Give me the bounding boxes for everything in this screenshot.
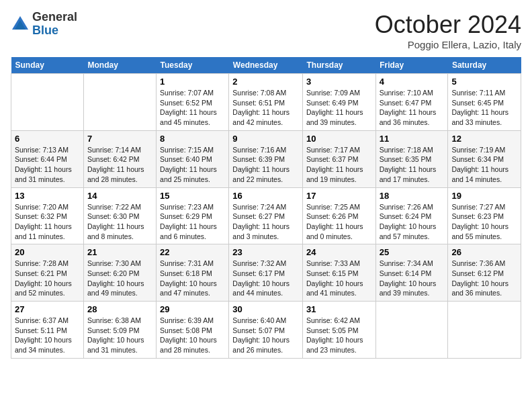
- calendar-cell: 25Sunrise: 7:34 AMSunset: 6:14 PMDayligh…: [375, 244, 448, 302]
- day-info: Sunrise: 7:16 AMSunset: 6:39 PMDaylight:…: [232, 145, 299, 185]
- day-info: Sunrise: 7:20 AMSunset: 6:32 PMDaylight:…: [15, 202, 80, 242]
- calendar-cell: 18Sunrise: 7:26 AMSunset: 6:24 PMDayligh…: [375, 187, 448, 244]
- day-number: 4: [380, 77, 445, 87]
- day-number: 31: [306, 304, 372, 314]
- day-number: 30: [232, 304, 299, 314]
- calendar-cell: 30Sunrise: 6:40 AMSunset: 5:07 PMDayligh…: [229, 302, 303, 359]
- day-number: 12: [451, 134, 517, 144]
- calendar-week-row: 20Sunrise: 7:28 AMSunset: 6:21 PMDayligh…: [11, 244, 521, 302]
- day-info: Sunrise: 6:38 AMSunset: 5:09 PMDaylight:…: [87, 316, 152, 355]
- calendar-cell: 29Sunrise: 6:39 AMSunset: 5:08 PMDayligh…: [157, 302, 229, 359]
- page-header: General Blue October 2024 Poggio Ellera,…: [11, 11, 521, 50]
- calendar-cell: 8Sunrise: 7:15 AMSunset: 6:40 PMDaylight…: [157, 130, 229, 187]
- calendar-cell: 28Sunrise: 6:38 AMSunset: 5:09 PMDayligh…: [83, 302, 156, 359]
- day-info: Sunrise: 7:09 AMSunset: 6:49 PMDaylight:…: [306, 88, 372, 128]
- day-number: 19: [451, 191, 517, 201]
- day-info: Sunrise: 7:13 AMSunset: 6:44 PMDaylight:…: [15, 145, 80, 185]
- calendar-cell: [11, 74, 84, 131]
- day-info: Sunrise: 7:23 AMSunset: 6:29 PMDaylight:…: [160, 202, 225, 242]
- calendar-cell: 17Sunrise: 7:25 AMSunset: 6:26 PMDayligh…: [302, 187, 375, 244]
- calendar-cell: 16Sunrise: 7:24 AMSunset: 6:27 PMDayligh…: [229, 187, 303, 244]
- day-number: 24: [306, 247, 372, 257]
- logo-icon: [11, 15, 30, 34]
- calendar-cell: 4Sunrise: 7:10 AMSunset: 6:47 PMDaylight…: [375, 74, 448, 131]
- calendar-week-row: 6Sunrise: 7:13 AMSunset: 6:44 PMDaylight…: [11, 130, 521, 187]
- day-number: 1: [160, 77, 225, 87]
- day-number: 11: [380, 134, 445, 144]
- day-info: Sunrise: 6:37 AMSunset: 5:11 PMDaylight:…: [15, 316, 80, 355]
- calendar-cell: 19Sunrise: 7:27 AMSunset: 6:23 PMDayligh…: [448, 187, 521, 244]
- day-info: Sunrise: 7:28 AMSunset: 6:21 PMDaylight:…: [15, 259, 80, 298]
- day-number: 20: [15, 247, 80, 257]
- day-info: Sunrise: 7:17 AMSunset: 6:37 PMDaylight:…: [306, 145, 372, 185]
- calendar-cell: 12Sunrise: 7:19 AMSunset: 6:34 PMDayligh…: [448, 130, 521, 187]
- day-number: 3: [306, 77, 372, 87]
- day-number: 16: [232, 191, 299, 201]
- day-info: Sunrise: 7:30 AMSunset: 6:20 PMDaylight:…: [87, 259, 152, 298]
- day-info: Sunrise: 7:33 AMSunset: 6:15 PMDaylight:…: [306, 259, 372, 298]
- day-number: 17: [306, 191, 372, 201]
- day-info: Sunrise: 7:22 AMSunset: 6:30 PMDaylight:…: [87, 202, 152, 242]
- day-number: 22: [160, 247, 225, 257]
- day-info: Sunrise: 7:26 AMSunset: 6:24 PMDaylight:…: [380, 202, 445, 242]
- day-header-friday: Friday: [375, 57, 448, 74]
- day-info: Sunrise: 7:25 AMSunset: 6:26 PMDaylight:…: [306, 202, 372, 242]
- calendar-table: SundayMondayTuesdayWednesdayThursdayFrid…: [11, 57, 521, 359]
- calendar-cell: [83, 74, 156, 131]
- calendar-cell: 14Sunrise: 7:22 AMSunset: 6:30 PMDayligh…: [83, 187, 156, 244]
- day-info: Sunrise: 7:10 AMSunset: 6:47 PMDaylight:…: [380, 88, 445, 128]
- day-info: Sunrise: 6:39 AMSunset: 5:08 PMDaylight:…: [160, 316, 225, 355]
- calendar-week-row: 13Sunrise: 7:20 AMSunset: 6:32 PMDayligh…: [11, 187, 521, 244]
- calendar-header-row: SundayMondayTuesdayWednesdayThursdayFrid…: [11, 57, 521, 74]
- day-header-thursday: Thursday: [302, 57, 375, 74]
- day-number: 8: [160, 134, 225, 144]
- calendar-cell: 6Sunrise: 7:13 AMSunset: 6:44 PMDaylight…: [11, 130, 84, 187]
- logo-blue-text: Blue: [32, 24, 58, 37]
- day-info: Sunrise: 7:34 AMSunset: 6:14 PMDaylight:…: [380, 259, 445, 298]
- logo: General Blue: [11, 11, 77, 38]
- calendar-cell: 3Sunrise: 7:09 AMSunset: 6:49 PMDaylight…: [302, 74, 375, 131]
- day-number: 28: [87, 304, 152, 314]
- day-number: 26: [451, 247, 517, 257]
- calendar-cell: 11Sunrise: 7:18 AMSunset: 6:35 PMDayligh…: [375, 130, 448, 187]
- day-number: 21: [87, 247, 152, 257]
- location: Poggio Ellera, Lazio, Italy: [375, 39, 521, 50]
- day-number: 9: [232, 134, 299, 144]
- day-info: Sunrise: 7:27 AMSunset: 6:23 PMDaylight:…: [451, 202, 517, 242]
- calendar-week-row: 1Sunrise: 7:07 AMSunset: 6:52 PMDaylight…: [11, 74, 521, 131]
- day-number: 18: [380, 191, 445, 201]
- day-info: Sunrise: 6:42 AMSunset: 5:05 PMDaylight:…: [306, 316, 372, 355]
- day-number: 6: [15, 134, 80, 144]
- day-header-tuesday: Tuesday: [157, 57, 229, 74]
- calendar-cell: 22Sunrise: 7:31 AMSunset: 6:18 PMDayligh…: [157, 244, 229, 302]
- calendar-week-row: 27Sunrise: 6:37 AMSunset: 5:11 PMDayligh…: [11, 302, 521, 359]
- calendar-cell: 9Sunrise: 7:16 AMSunset: 6:39 PMDaylight…: [229, 130, 303, 187]
- day-info: Sunrise: 7:08 AMSunset: 6:51 PMDaylight:…: [232, 88, 299, 128]
- day-number: 23: [232, 247, 299, 257]
- day-number: 29: [160, 304, 225, 314]
- day-info: Sunrise: 6:40 AMSunset: 5:07 PMDaylight:…: [232, 316, 299, 355]
- day-number: 14: [87, 191, 152, 201]
- day-header-saturday: Saturday: [448, 57, 521, 74]
- month-title: October 2024: [375, 11, 521, 39]
- calendar-cell: [448, 302, 521, 359]
- day-number: 2: [232, 77, 299, 87]
- logo-general-text: General: [32, 10, 77, 24]
- day-number: 15: [160, 191, 225, 201]
- calendar-cell: 27Sunrise: 6:37 AMSunset: 5:11 PMDayligh…: [11, 302, 84, 359]
- day-header-sunday: Sunday: [11, 57, 84, 74]
- day-info: Sunrise: 7:11 AMSunset: 6:45 PMDaylight:…: [451, 88, 517, 128]
- day-info: Sunrise: 7:32 AMSunset: 6:17 PMDaylight:…: [232, 259, 299, 298]
- calendar-cell: 1Sunrise: 7:07 AMSunset: 6:52 PMDaylight…: [157, 74, 229, 131]
- day-number: 7: [87, 134, 152, 144]
- day-info: Sunrise: 7:24 AMSunset: 6:27 PMDaylight:…: [232, 202, 299, 242]
- day-header-monday: Monday: [83, 57, 156, 74]
- day-number: 10: [306, 134, 372, 144]
- calendar-cell: 21Sunrise: 7:30 AMSunset: 6:20 PMDayligh…: [83, 244, 156, 302]
- day-info: Sunrise: 7:15 AMSunset: 6:40 PMDaylight:…: [160, 145, 225, 185]
- day-number: 25: [380, 247, 445, 257]
- calendar-cell: 24Sunrise: 7:33 AMSunset: 6:15 PMDayligh…: [302, 244, 375, 302]
- day-info: Sunrise: 7:19 AMSunset: 6:34 PMDaylight:…: [451, 145, 517, 185]
- calendar-cell: 7Sunrise: 7:14 AMSunset: 6:42 PMDaylight…: [83, 130, 156, 187]
- day-info: Sunrise: 7:36 AMSunset: 6:12 PMDaylight:…: [451, 259, 517, 298]
